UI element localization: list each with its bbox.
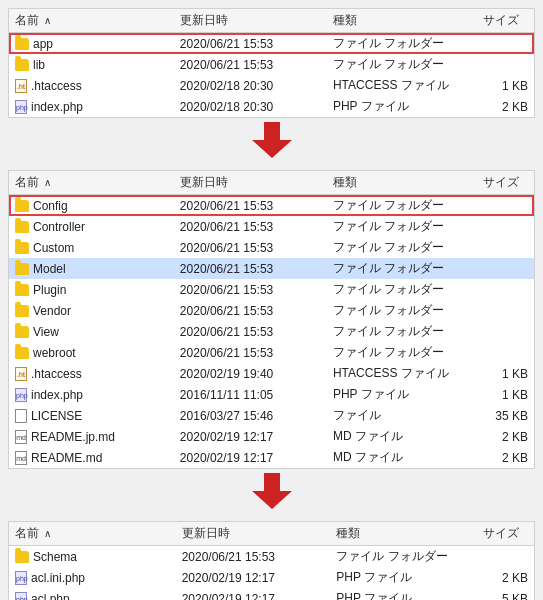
col-header-更新日時[interactable]: 更新日時 [174,9,327,33]
col-header-名前[interactable]: 名前 ∧ [9,171,174,195]
file-type-cell: ファイル フォルダー [327,321,478,342]
file-date-cell: 2020/06/21 15:53 [174,216,327,237]
table-row[interactable]: lib2020/06/21 15:53ファイル フォルダー [9,54,534,75]
col-header-サイズ[interactable]: サイズ [477,9,534,33]
col-header-種類[interactable]: 種類 [330,522,477,546]
table-row[interactable]: webroot2020/06/21 15:53ファイル フォルダー [9,342,534,363]
file-date-cell: 2020/02/19 12:17 [176,567,331,588]
file-size-cell: 2 KB [477,426,534,447]
file-icon: php [15,388,27,402]
col-header-サイズ[interactable]: サイズ [477,171,534,195]
table-row[interactable]: Controller2020/06/21 15:53ファイル フォルダー [9,216,534,237]
file-size-cell [477,195,534,217]
table-row[interactable]: Custom2020/06/21 15:53ファイル フォルダー [9,237,534,258]
file-name-cell: lib [9,54,174,75]
file-date-cell: 2020/02/19 12:17 [174,447,327,468]
file-name-label: index.php [31,100,83,114]
file-name-label: app [33,37,53,51]
file-size-cell [477,54,534,75]
col-header-名前[interactable]: 名前 ∧ [9,9,174,33]
file-date-cell: 2020/06/21 15:53 [174,54,327,75]
file-type-cell: PHP ファイル [330,588,477,600]
file-name-label: Custom [33,241,74,255]
file-date-cell: 2020/02/19 12:17 [176,588,331,600]
file-name-cell: View [9,321,174,342]
file-size-cell [477,33,534,55]
file-icon: md [15,430,27,444]
file-size-cell: 2 KB [477,567,534,588]
folder-icon [15,347,29,359]
file-type-cell: PHP ファイル [330,567,477,588]
file-name-cell: app [9,33,174,55]
file-size-cell: 35 KB [477,405,534,426]
table-row[interactable]: Plugin2020/06/21 15:53ファイル フォルダー [9,279,534,300]
file-size-cell [477,216,534,237]
table-row[interactable]: phpindex.php2020/02/18 20:30PHP ファイル2 KB [9,96,534,117]
table-row[interactable]: Schema2020/06/21 15:53ファイル フォルダー [9,546,534,568]
file-icon: php [15,571,27,585]
table-row[interactable]: Vendor2020/06/21 15:53ファイル フォルダー [9,300,534,321]
app-container: 名前 ∧更新日時種類サイズapp2020/06/21 15:53ファイル フォル… [0,8,543,600]
file-name-cell: phpacl.php [9,588,176,600]
table-row[interactable]: phpindex.php2016/11/11 11:05PHP ファイル1 KB [9,384,534,405]
file-name-cell: mdREADME.jp.md [9,426,174,447]
col-header-名前[interactable]: 名前 ∧ [9,522,176,546]
col-header-サイズ[interactable]: サイズ [477,522,534,546]
table-row[interactable]: Model2020/06/21 15:53ファイル フォルダー [9,258,534,279]
file-table-1: 名前 ∧更新日時種類サイズapp2020/06/21 15:53ファイル フォル… [9,9,534,117]
file-table-2: 名前 ∧更新日時種類サイズConfig2020/06/21 15:53ファイル … [9,171,534,468]
file-type-cell: ファイル フォルダー [327,258,478,279]
file-date-cell: 2020/06/21 15:53 [174,279,327,300]
file-type-cell: ファイル フォルダー [330,546,477,568]
table-row[interactable]: app2020/06/21 15:53ファイル フォルダー [9,33,534,55]
table-row[interactable]: LICENSE2016/03/27 15:46ファイル35 KB [9,405,534,426]
file-date-cell: 2020/06/21 15:53 [174,300,327,321]
folder-icon [15,59,29,71]
down-arrow-container [0,118,543,162]
file-size-cell [477,279,534,300]
table-row[interactable]: mdREADME.md2020/02/19 12:17MD ファイル2 KB [9,447,534,468]
file-name-label: Plugin [33,283,66,297]
file-date-cell: 2020/02/19 19:40 [174,363,327,384]
folder-icon [15,263,29,275]
file-name-cell: Model [9,258,174,279]
file-icon [15,409,27,423]
table-row[interactable]: .ht.htaccess2020/02/18 20:30HTACCESS ファイ… [9,75,534,96]
file-type-cell: ファイル フォルダー [327,54,478,75]
table-row[interactable]: phpacl.php2020/02/19 12:17PHP ファイル5 KB [9,588,534,600]
col-header-更新日時[interactable]: 更新日時 [174,171,327,195]
file-type-cell: ファイル フォルダー [327,300,478,321]
sort-arrow-icon: ∧ [44,177,51,188]
table-row[interactable]: phpacl.ini.php2020/02/19 12:17PHP ファイル2 … [9,567,534,588]
folder-icon [15,38,29,50]
file-name-label: acl.ini.php [31,571,85,585]
file-icon: php [15,592,27,601]
table-row[interactable]: .ht.htaccess2020/02/19 19:40HTACCESS ファイ… [9,363,534,384]
col-header-更新日時[interactable]: 更新日時 [176,522,331,546]
file-name-label: .htaccess [31,367,82,381]
file-date-cell: 2020/06/21 15:53 [174,33,327,55]
col-header-種類[interactable]: 種類 [327,171,478,195]
file-size-cell [477,258,534,279]
file-size-cell: 1 KB [477,384,534,405]
folder-icon [15,305,29,317]
file-size-cell [477,321,534,342]
file-panel-2: 名前 ∧更新日時種類サイズConfig2020/06/21 15:53ファイル … [8,170,535,469]
file-name-cell: webroot [9,342,174,363]
file-name-label: Schema [33,550,77,564]
file-type-cell: MD ファイル [327,447,478,468]
down-arrow-container [0,469,543,513]
file-date-cell: 2020/02/18 20:30 [174,75,327,96]
table-row[interactable]: View2020/06/21 15:53ファイル フォルダー [9,321,534,342]
file-name-cell: phpindex.php [9,384,174,405]
file-name-label: Controller [33,220,85,234]
table-row[interactable]: mdREADME.jp.md2020/02/19 12:17MD ファイル2 K… [9,426,534,447]
folder-icon [15,326,29,338]
table-row[interactable]: Config2020/06/21 15:53ファイル フォルダー [9,195,534,217]
folder-icon [15,551,29,563]
col-header-種類[interactable]: 種類 [327,9,478,33]
file-icon: md [15,451,27,465]
file-table-3: 名前 ∧更新日時種類サイズSchema2020/06/21 15:53ファイル … [9,522,534,600]
file-size-cell [477,546,534,568]
file-type-cell: HTACCESS ファイル [327,75,478,96]
